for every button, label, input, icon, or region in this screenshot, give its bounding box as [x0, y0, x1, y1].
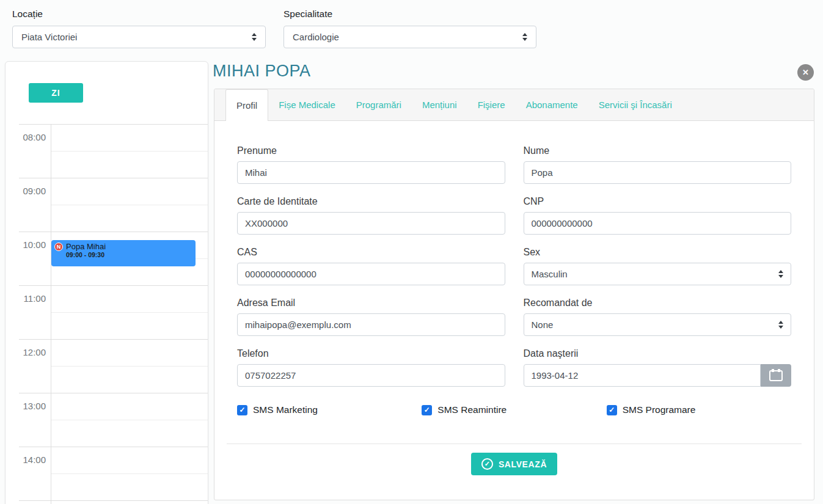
field-carte-identitate: Carte de Identitate — [237, 196, 505, 235]
sms-marketing-label: SMS Marketing — [253, 404, 318, 415]
field-recomandat: Recomandat de None — [524, 298, 792, 336]
calendar-hour-row[interactable]: 11:00 — [5, 285, 208, 339]
profile-form: Prenume Nume Carte de Identitate CNP CAS… — [214, 133, 814, 488]
time-label: 08:00 — [5, 132, 46, 142]
tab-programari[interactable]: Programări — [346, 89, 412, 120]
tab-abonamente[interactable]: Abonamente — [516, 89, 588, 120]
calendar-grid[interactable]: 08:00 09:00 10:00 11:00 12:00 13:00 14:0… — [5, 124, 208, 504]
specialty-select-value: Cardiologie — [293, 32, 518, 42]
tab-mentiuni[interactable]: Mențiuni — [412, 89, 467, 120]
event-title: Popa Mihai — [66, 242, 106, 251]
save-button[interactable]: ✓ SALVEAZĂ — [471, 453, 557, 475]
calendar-hour-row[interactable]: 12:00 — [5, 339, 208, 393]
updown-arrows-icon — [778, 270, 783, 278]
save-button-label: SALVEAZĂ — [499, 459, 547, 469]
sms-programare-label: SMS Programare — [623, 404, 696, 415]
nume-label: Nume — [524, 145, 792, 156]
email-input[interactable] — [237, 313, 505, 336]
page-title: MIHAI POPA — [213, 62, 311, 81]
telefon-input[interactable] — [237, 364, 505, 387]
time-label: 10:00 — [5, 239, 46, 250]
tab-profil[interactable]: Profil — [225, 89, 268, 121]
sms-reamintire-option[interactable]: ✓ SMS Reamintire — [422, 404, 606, 415]
patient-panel: Profil Fișe Medicale Programări Mențiuni… — [214, 89, 814, 500]
recomandat-select-value: None — [532, 320, 774, 330]
field-cnp: CNP — [524, 196, 792, 235]
email-label: Adresa Email — [237, 298, 505, 309]
field-cas: CAS — [237, 247, 505, 285]
sms-reamintire-checkbox[interactable]: ✓ — [422, 405, 432, 415]
sex-label: Sex — [524, 247, 792, 258]
cas-input[interactable] — [237, 263, 505, 285]
calendar-hour-row[interactable]: 14:00 — [5, 447, 208, 500]
prenume-input[interactable] — [237, 161, 505, 184]
field-email: Adresa Email — [237, 298, 505, 336]
prenume-label: Prenume — [237, 145, 505, 156]
recomandat-select[interactable]: None — [524, 313, 792, 336]
cas-label: CAS — [237, 247, 505, 258]
time-label: 13:00 — [5, 401, 46, 411]
field-data-nasterii: Data naşterii — [524, 348, 792, 387]
time-label: 12:00 — [5, 347, 46, 357]
cnp-input[interactable] — [524, 212, 792, 235]
appointment-event[interactable]: N Popa Mihai 09:00 - 09:30 — [51, 240, 196, 266]
sms-marketing-checkbox[interactable]: ✓ — [237, 405, 247, 415]
tab-fisiere[interactable]: Fişiere — [467, 89, 516, 120]
data-nasterii-label: Data naşterii — [524, 348, 792, 359]
calendar-hour-row[interactable]: 13:00 — [5, 393, 208, 447]
specialty-select[interactable]: Cardiologie — [283, 26, 536, 48]
field-telefon: Telefon — [237, 348, 505, 387]
new-patient-badge-icon: N — [54, 243, 63, 251]
sms-programare-option[interactable]: ✓ SMS Programare — [607, 404, 791, 415]
field-nume: Nume — [524, 145, 792, 184]
nume-input[interactable] — [524, 161, 792, 184]
sex-select-value: Masculin — [532, 269, 774, 279]
day-view-button[interactable]: ZI — [29, 83, 83, 103]
updown-arrows-icon — [252, 33, 257, 41]
time-label: 14:00 — [5, 455, 46, 465]
location-select-value: Piata Victoriei — [21, 32, 247, 42]
carte-identitate-input[interactable] — [237, 212, 505, 235]
tab-fise-medicale[interactable]: Fișe Medicale — [268, 89, 346, 120]
sms-programare-checkbox[interactable]: ✓ — [607, 405, 617, 415]
check-circle-icon: ✓ — [481, 458, 493, 470]
tab-servicii-incasari[interactable]: Servicii şi Încasări — [588, 89, 682, 120]
recomandat-label: Recomandat de — [524, 298, 792, 309]
data-nasterii-input[interactable] — [524, 364, 761, 387]
sms-options: ✓ SMS Marketing ✓ SMS Reamintire ✓ SMS P… — [237, 404, 791, 415]
location-label: Locație — [12, 9, 43, 20]
calendar-hour-row[interactable]: 08:00 — [5, 124, 208, 178]
location-select[interactable]: Piata Victoriei — [12, 26, 266, 48]
calendar-panel: ZI 08:00 09:00 10:00 11:00 12:00 13:00 — [5, 61, 208, 504]
time-label: 09:00 — [5, 186, 46, 196]
field-prenume: Prenume — [237, 145, 505, 184]
calendar-hour-row[interactable]: 09:00 — [5, 178, 208, 232]
telefon-label: Telefon — [237, 348, 505, 359]
sms-marketing-option[interactable]: ✓ SMS Marketing — [237, 404, 422, 415]
updown-arrows-icon — [778, 321, 783, 329]
carte-identitate-label: Carte de Identitate — [237, 196, 505, 207]
form-divider — [227, 444, 802, 444]
datepicker-button[interactable] — [761, 364, 791, 387]
updown-arrows-icon — [522, 33, 527, 41]
specialty-label: Specialitate — [283, 9, 332, 20]
event-time: 09:00 - 09:30 — [66, 251, 192, 258]
cnp-label: CNP — [524, 196, 792, 207]
close-icon[interactable]: ✕ — [797, 64, 814, 81]
tab-bar: Profil Fișe Medicale Programări Mențiuni… — [214, 89, 814, 121]
time-label: 11:00 — [5, 293, 46, 304]
sex-select[interactable]: Masculin — [524, 263, 792, 285]
calendar-icon — [769, 370, 783, 381]
calendar-hour-row[interactable]: 15:00 — [5, 500, 208, 504]
field-sex: Sex Masculin — [524, 247, 792, 285]
sms-reamintire-label: SMS Reamintire — [437, 404, 507, 415]
